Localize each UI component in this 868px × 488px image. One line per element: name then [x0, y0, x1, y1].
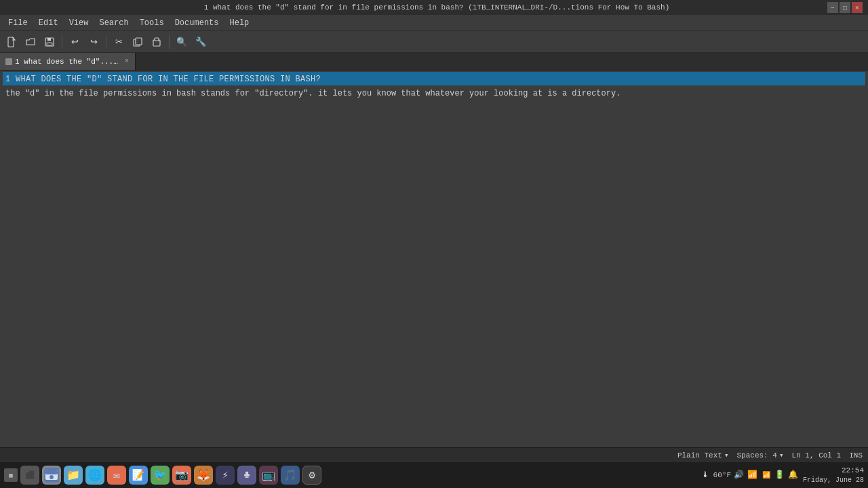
- temp-icon: 🌡: [700, 470, 711, 481]
- editor-heading-selected: 1 WHAT DOES THE "D" STAND FOR IN THE FIL…: [3, 72, 865, 85]
- menu-bar: File Edit View Search Tools Documents He…: [0, 15, 868, 31]
- svg-rect-10: [45, 470, 58, 474]
- tab-close-button[interactable]: ×: [124, 57, 130, 66]
- system-app-icon[interactable]: ⬛: [20, 466, 39, 485]
- svg-rect-7: [155, 38, 159, 41]
- menu-file[interactable]: File: [3, 17, 33, 29]
- editor-line-2: the "d" in the file permissions in bash …: [0, 87, 868, 100]
- tab-label: 1 what does the "d"...permissions in bas…: [15, 58, 121, 66]
- open-file-button[interactable]: [22, 33, 39, 51]
- window-controls: − □ ×: [827, 2, 863, 13]
- bluetooth-icon[interactable]: 📶: [761, 470, 772, 481]
- notification-icon[interactable]: 🔔: [788, 470, 799, 481]
- settings-icon[interactable]: ⚙: [302, 466, 321, 485]
- tools-button[interactable]: 🔧: [192, 33, 210, 51]
- svg-rect-5: [136, 38, 142, 45]
- files-icon[interactable]: 📁: [64, 466, 83, 485]
- clock-time: 22:54: [803, 466, 864, 475]
- menu-documents[interactable]: Documents: [170, 17, 224, 29]
- maximize-button[interactable]: □: [840, 2, 850, 13]
- media-icon[interactable]: 📺: [259, 466, 278, 485]
- close-button[interactable]: ×: [852, 2, 863, 13]
- svg-rect-2: [47, 38, 51, 41]
- status-position: Ln 1, Col 1: [792, 451, 842, 460]
- vm-icon[interactable]: ♣: [237, 466, 256, 485]
- title-bar: 1 what does the "d" stand for in file pe…: [0, 0, 868, 15]
- tab-bar: 1 what does the "d"...permissions in bas…: [0, 53, 868, 70]
- cut-button[interactable]: ✂: [110, 33, 127, 51]
- window-title: 1 what does the "d" stand for in file pe…: [46, 3, 827, 12]
- network-icon[interactable]: 📶: [747, 470, 758, 481]
- status-spaces[interactable]: Spaces: 4 ▾: [737, 451, 784, 460]
- firefox-icon[interactable]: 🦊: [194, 466, 213, 485]
- editor-line-1-container: 1 WHAT DOES THE "D" STAND FOR IN THE FIL…: [0, 70, 868, 87]
- menu-edit[interactable]: Edit: [33, 17, 64, 29]
- menu-help[interactable]: Help: [224, 17, 254, 29]
- editor-content-text: the "d" in the file permissions in bash …: [5, 89, 620, 98]
- svg-point-11: [50, 475, 54, 479]
- music-icon[interactable]: 🎵: [281, 466, 300, 485]
- twitter-icon[interactable]: 🐦: [151, 466, 170, 485]
- sys-icons: 🌡 60°F 🔊 📶 📶 🔋 🔔: [700, 470, 799, 481]
- position-label: Ln 1, Col 1: [792, 451, 842, 460]
- taskbar-right: 🌡 60°F 🔊 📶 📶 🔋 🔔 22:54 Friday, June 28: [700, 466, 864, 484]
- taskbar-clock[interactable]: 22:54 Friday, June 28: [803, 466, 864, 484]
- editor-area[interactable]: 1 WHAT DOES THE "D" STAND FOR IN THE FIL…: [0, 70, 868, 447]
- tab-file-icon: [5, 58, 12, 65]
- toolbar-sep-1: [62, 35, 62, 49]
- temp-label: 60°F: [713, 471, 731, 479]
- battery-icon[interactable]: 🔋: [774, 470, 785, 481]
- new-file-button[interactable]: [3, 33, 20, 51]
- browser-icon[interactable]: 🌐: [85, 466, 104, 485]
- status-bar: Plain Text ▾ Spaces: 4 ▾ Ln 1, Col 1 INS: [0, 447, 868, 462]
- tab-current-file[interactable]: 1 what does the "d"...permissions in bas…: [0, 53, 136, 70]
- undo-button[interactable]: ↩: [66, 33, 83, 51]
- copy-button[interactable]: [129, 33, 146, 51]
- photo-icon[interactable]: 📷: [172, 466, 191, 485]
- language-label: Plain Text: [677, 451, 722, 460]
- terminal-icon[interactable]: ⚡: [216, 466, 235, 485]
- menu-tools[interactable]: Tools: [134, 17, 170, 29]
- toolbar-sep-3: [169, 35, 170, 49]
- clock-date: Friday, June 28: [803, 476, 864, 485]
- finder-icon[interactable]: [42, 466, 61, 485]
- svg-rect-3: [47, 43, 52, 45]
- mail-icon[interactable]: ✉: [107, 466, 126, 485]
- redo-button[interactable]: ↪: [85, 33, 102, 51]
- taskbar-apps: ⬛ 📁 🌐 ✉ 📝 🐦 📷 🦊 ⚡ ♣ 📺 🎵 ⚙: [20, 466, 321, 485]
- mode-label: INS: [849, 451, 863, 460]
- status-language[interactable]: Plain Text ▾: [677, 451, 729, 460]
- language-arrow: ▾: [724, 451, 729, 460]
- menu-search[interactable]: Search: [94, 17, 134, 29]
- status-mode: INS: [849, 451, 863, 460]
- menu-view[interactable]: View: [64, 17, 94, 29]
- notes-icon[interactable]: 📝: [129, 466, 148, 485]
- minimize-button[interactable]: −: [827, 2, 838, 13]
- paste-button[interactable]: [148, 33, 165, 51]
- spaces-arrow: ▾: [779, 451, 784, 460]
- toolbar-sep-2: [106, 35, 106, 49]
- find-button[interactable]: 🔍: [173, 33, 191, 51]
- taskbar: ▦ ⬛ 📁 🌐 ✉ 📝 🐦 📷 🦊 ⚡ ♣ 📺 🎵 ⚙ 🌡 60°F 🔊 📶: [0, 462, 868, 488]
- spaces-label: Spaces: 4: [737, 451, 777, 460]
- svg-rect-0: [8, 37, 14, 47]
- volume-icon[interactable]: 🔊: [734, 470, 745, 481]
- editor-heading-text: 1 WHAT DOES THE "D" STAND FOR IN THE FIL…: [5, 75, 321, 84]
- save-file-button[interactable]: [41, 33, 58, 51]
- toolbar: ↩ ↪ ✂ 🔍 🔧: [0, 31, 868, 53]
- taskbar-corner-button[interactable]: ▦: [4, 468, 18, 482]
- taskbar-corner: ▦: [4, 468, 18, 482]
